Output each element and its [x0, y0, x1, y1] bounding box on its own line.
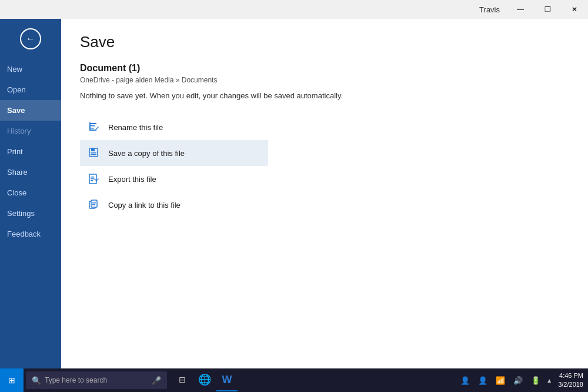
- copy-link-icon: [87, 198, 101, 212]
- export-label: Export this file: [108, 175, 156, 184]
- sidebar: ← New Open Save History Print Share Clos…: [0, 19, 61, 368]
- save-copy-icon: [87, 146, 101, 160]
- back-icon: ←: [26, 34, 35, 44]
- chrome-app[interactable]: 🌐: [194, 369, 215, 391]
- main-content: Save Document (1) OneDrive - paige aiden…: [61, 19, 588, 368]
- search-icon: 🔍: [32, 376, 41, 385]
- user-avatar[interactable]: 👤: [476, 374, 490, 387]
- svg-rect-12: [91, 180, 93, 181]
- svg-rect-8: [91, 154, 96, 155]
- taskbar-right: 👤 👤 📶 🔊 🔋 ▲ 4:46 PM 3/2/2018: [458, 371, 588, 390]
- task-view-button[interactable]: ⊟: [172, 369, 193, 391]
- doc-title: Document (1): [80, 63, 569, 74]
- sidebar-item-share[interactable]: Share: [0, 162, 61, 182]
- export-action[interactable]: Export this file: [80, 166, 268, 192]
- svg-rect-3: [89, 122, 91, 131]
- sidebar-item-print[interactable]: Print: [0, 141, 61, 162]
- network-icon[interactable]: 📶: [493, 374, 507, 387]
- task-view-icon: ⊟: [179, 375, 186, 384]
- svg-rect-16: [92, 204, 95, 205]
- app-body: ← New Open Save History Print Share Clos…: [0, 19, 588, 368]
- people-icon[interactable]: 👤: [458, 374, 472, 387]
- save-note: Nothing to save yet. When you edit, your…: [80, 91, 569, 100]
- word-icon: W: [222, 374, 232, 386]
- mic-icon[interactable]: 🎤: [152, 376, 161, 385]
- chrome-icon: 🌐: [198, 373, 211, 386]
- sidebar-item-save[interactable]: Save: [0, 100, 61, 121]
- list-item: Save a copy of this file: [80, 140, 569, 166]
- time-display: 4:46 PM: [558, 371, 583, 380]
- battery-icon[interactable]: 🔋: [529, 374, 543, 387]
- svg-rect-14: [91, 200, 97, 207]
- chevron-up-icon[interactable]: ▲: [546, 377, 552, 384]
- action-list: Rename this file Save a copy of this fil…: [80, 114, 569, 218]
- copy-link-label: Copy a link to this file: [108, 201, 181, 210]
- svg-rect-11: [91, 178, 94, 180]
- svg-rect-4: [89, 129, 96, 131]
- taskbar-clock: 4:46 PM 3/2/2018: [558, 371, 583, 390]
- save-copy-action[interactable]: Save a copy of this file: [80, 140, 268, 166]
- sidebar-item-history[interactable]: History: [0, 121, 61, 141]
- svg-rect-10: [91, 177, 94, 178]
- taskbar: ⊞ 🔍 Type here to search 🎤 ⊟ 🌐 W 👤 👤 📶 🔊 …: [0, 368, 588, 392]
- sidebar-item-feedback[interactable]: Feedback: [0, 224, 61, 244]
- windows-icon: ⊞: [8, 376, 15, 385]
- search-placeholder: Type here to search: [45, 376, 152, 384]
- doc-path: OneDrive - paige aiden Media » Documents: [80, 76, 569, 84]
- page-title: Save: [80, 33, 569, 51]
- save-copy-label: Save a copy of this file: [108, 149, 185, 158]
- svg-rect-7: [91, 152, 96, 154]
- rename-icon: [87, 120, 101, 134]
- date-display: 3/2/2018: [558, 380, 583, 389]
- export-icon: [87, 172, 101, 186]
- taskbar-apps: ⊟ 🌐 W: [172, 369, 238, 391]
- list-item: Rename this file: [80, 114, 569, 140]
- restore-button[interactable]: ❐: [534, 0, 561, 19]
- copy-link-action[interactable]: Copy a link to this file: [80, 192, 268, 218]
- svg-rect-15: [92, 202, 96, 204]
- window-controls: — ❐ ✕: [507, 0, 588, 19]
- back-button[interactable]: ←: [20, 28, 41, 49]
- minimize-button[interactable]: —: [507, 0, 534, 19]
- volume-icon[interactable]: 🔊: [511, 374, 525, 387]
- sidebar-item-new[interactable]: New: [0, 59, 61, 79]
- list-item: Copy a link to this file: [80, 192, 569, 218]
- rename-action[interactable]: Rename this file: [80, 114, 268, 140]
- sidebar-item-open[interactable]: Open: [0, 79, 61, 100]
- svg-rect-6: [91, 148, 95, 151]
- title-bar: Travis — ❐ ✕: [0, 0, 588, 19]
- sidebar-item-settings[interactable]: Settings: [0, 203, 61, 224]
- start-button[interactable]: ⊞: [0, 368, 24, 392]
- word-app[interactable]: W: [216, 369, 238, 391]
- list-item: Export this file: [80, 166, 569, 192]
- user-name: Travis: [479, 5, 500, 14]
- rename-label: Rename this file: [108, 123, 163, 132]
- sidebar-item-close[interactable]: Close: [0, 182, 61, 203]
- search-box[interactable]: 🔍 Type here to search 🎤: [26, 371, 167, 389]
- close-button[interactable]: ✕: [561, 0, 588, 19]
